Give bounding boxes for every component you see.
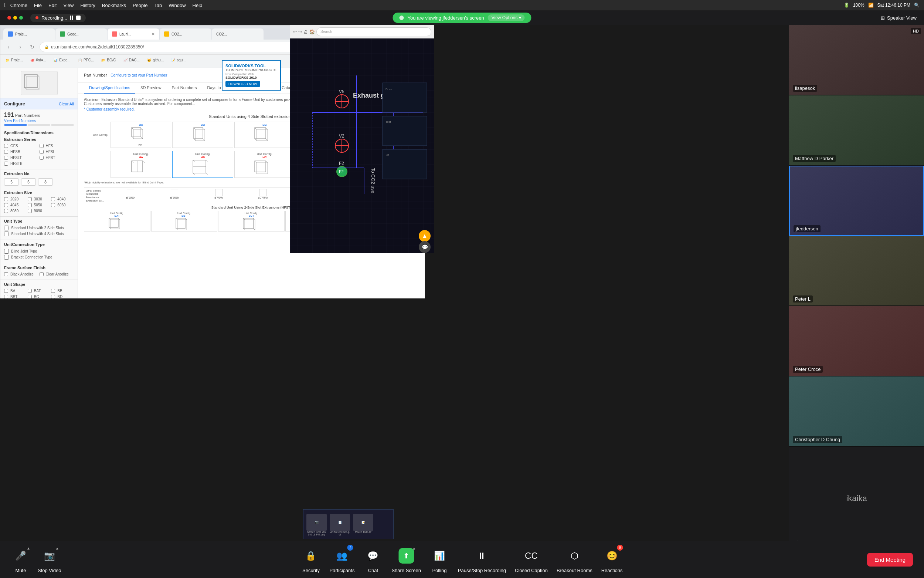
hfsb-option[interactable]: HFSB <box>4 150 39 154</box>
size-4040[interactable]: 4040 <box>51 197 74 201</box>
mac-menu-view[interactable]: View <box>63 3 74 8</box>
tab-3d-preview[interactable]: 3D Preview <box>135 83 166 94</box>
minimize-btn[interactable] <box>13 16 17 19</box>
file-screenshot-thumb[interactable]: 📷 Screen Shot 2020-0...9 PM.png <box>306 514 327 536</box>
hfslt-checkbox[interactable] <box>4 156 8 160</box>
size-8080[interactable]: 8080 <box>4 209 27 213</box>
shape-ba[interactable]: BA <box>4 289 27 293</box>
size-2020[interactable]: 2020 <box>4 197 27 201</box>
mac-menu-file[interactable]: File <box>34 3 42 8</box>
view-options-button[interactable]: View Options ▾ <box>488 15 525 21</box>
tab-drawing-specs[interactable]: Drawing/Specifications <box>84 83 135 94</box>
recording-stop-icon[interactable] <box>76 16 81 20</box>
bookmark-8[interactable]: 📝squi... <box>169 57 189 63</box>
mac-search-icon[interactable]: 🔍 <box>914 3 919 8</box>
file-ari-thumb[interactable]: 📄 Ari Melenclano.pdf <box>330 514 350 536</box>
hfst-checkbox[interactable] <box>40 156 44 160</box>
view-part-numbers-link[interactable]: View Part Numbers <box>4 119 36 123</box>
mac-menu-history[interactable]: History <box>80 3 95 8</box>
bracket-connection-option[interactable]: Bracket Connection Type <box>4 255 74 260</box>
mac-menu-chrome[interactable]: Chrome <box>10 3 28 8</box>
extrusion-no-input-3[interactable] <box>38 178 53 186</box>
clear-anodize[interactable]: Clear Anodize <box>40 272 74 276</box>
eng-home-icon[interactable]: 🏠 <box>309 29 315 34</box>
mac-menu-window[interactable]: Window <box>168 3 186 8</box>
mac-menu-edit[interactable]: Edit <box>49 3 57 8</box>
close-btn[interactable] <box>7 16 11 19</box>
polling-button[interactable]: 📊 Polling <box>430 546 449 573</box>
mac-menu-tab[interactable]: Tab <box>154 3 162 8</box>
security-button[interactable]: 🔒 Security <box>301 546 320 573</box>
pause-stop-recording-button[interactable]: ⏸ Pause/Stop Recording <box>458 546 506 573</box>
hfstb-checkbox[interactable] <box>4 162 8 166</box>
eng-forward-icon[interactable]: ↪ <box>298 29 302 34</box>
gfs-option[interactable]: GFS <box>4 144 39 148</box>
mute-chevron-icon[interactable]: ▲ <box>27 546 30 550</box>
end-meeting-button[interactable]: End Meeting <box>867 553 913 567</box>
hfst-option[interactable]: HFST <box>40 156 74 160</box>
mac-menu-people[interactable]: People <box>133 3 147 8</box>
hfsl-option[interactable]: HFSL <box>40 150 74 154</box>
refresh-button[interactable]: ↻ <box>28 42 37 51</box>
mac-menu-bookmarks[interactable]: Bookmarks <box>102 3 126 8</box>
browser-tab-4[interactable]: CO2... <box>160 28 211 40</box>
shape-bc[interactable]: BC <box>28 295 51 299</box>
unit-type-2side[interactable]: Standard Units with 2 Side Slots <box>4 226 74 231</box>
back-button[interactable]: ‹ <box>4 42 13 51</box>
reactions-button[interactable]: 😊 9 Reactions <box>601 546 623 573</box>
size-6060[interactable]: 6060 <box>51 203 74 207</box>
shape-bd[interactable]: BD <box>51 295 74 299</box>
bookmark-7[interactable]: 🐱githu... <box>145 57 166 63</box>
browser-tab-1[interactable]: Proje... <box>3 28 55 40</box>
window-controls[interactable] <box>7 16 23 19</box>
size-3030[interactable]: 3030 <box>28 197 51 201</box>
clear-all-button[interactable]: Clear All <box>59 102 74 106</box>
browser-tab-3[interactable]: Lauri... ✕ <box>108 28 159 40</box>
browser-tab-2[interactable]: Goog... <box>55 28 107 40</box>
engineering-search[interactable]: Search <box>316 28 431 36</box>
tab-part-numbers[interactable]: Part Numbers <box>167 83 202 94</box>
bookmark-1[interactable]: 📁Proje... <box>3 57 25 63</box>
shape-bbt[interactable]: BBT <box>4 295 27 299</box>
speaker-view-button[interactable]: ⊞ Speaker View <box>881 15 917 21</box>
share-screen-chevron-icon[interactable]: ▲ <box>412 546 416 550</box>
cad-chat-button[interactable]: 💬 <box>419 241 430 253</box>
bookmark-3[interactable]: 📊Exce... <box>51 57 73 63</box>
extrusion-no-input-1[interactable] <box>4 178 19 186</box>
extrusion-no-inputs[interactable] <box>4 178 74 186</box>
participants-button[interactable]: 👥 7 Participants <box>329 546 354 573</box>
bookmark-4[interactable]: 📋PFC... <box>76 57 96 63</box>
size-5050[interactable]: 5050 <box>28 203 51 207</box>
hfsl-checkbox[interactable] <box>40 150 44 154</box>
hfs-checkbox[interactable] <box>40 144 44 148</box>
eng-print-icon[interactable]: 🖨 <box>303 29 308 34</box>
size-4045[interactable]: 4045 <box>4 203 27 207</box>
gfs-checkbox[interactable] <box>4 144 8 148</box>
hfstb-option[interactable]: HFSTB <box>4 162 39 166</box>
solidworks-download-button[interactable]: DOWNLOAD NOW <box>225 81 260 87</box>
closed-caption-button[interactable]: CC Closed Caption <box>515 546 548 573</box>
unit-type-4side[interactable]: Standard Units with 4 Side Slots <box>4 232 74 236</box>
camera-chevron-icon[interactable]: ▲ <box>55 546 59 550</box>
bookmark-5[interactable]: 📂BO/C <box>99 57 118 63</box>
shape-bat[interactable]: BAT <box>28 289 51 293</box>
browser-tab-5[interactable]: CO2... <box>212 28 264 40</box>
hfslt-option[interactable]: HFSLT <box>4 156 39 160</box>
tab-close-icon-3[interactable]: ✕ <box>152 32 155 37</box>
stop-video-button[interactable]: 📷 ▲ Stop Video <box>38 546 61 573</box>
recording-pause-icon[interactable] <box>70 16 73 20</box>
share-screen-button[interactable]: ⬆ ▲ Share Screen <box>392 546 421 573</box>
mute-button[interactable]: 🎤 ▲ Mute <box>11 546 30 573</box>
mac-menu-help[interactable]: Help <box>193 3 202 8</box>
blind-joint-option[interactable]: Blind Joint Type <box>4 249 74 254</box>
breakout-rooms-button[interactable]: ⬡ Breakout Rooms <box>557 546 592 573</box>
maximize-btn[interactable] <box>19 16 23 19</box>
file-march-thumb[interactable]: 📝 March Todo.rtf <box>353 514 373 533</box>
shape-bb[interactable]: BB <box>51 289 74 293</box>
extrusion-no-input-2[interactable] <box>21 178 36 186</box>
chat-button[interactable]: 💬 Chat <box>363 546 382 573</box>
black-anodize[interactable]: Black Anodize <box>4 272 39 276</box>
eng-back-icon[interactable]: ↩ <box>293 29 297 34</box>
size-9090[interactable]: 9090 <box>28 209 51 213</box>
forward-button[interactable]: › <box>16 42 25 51</box>
